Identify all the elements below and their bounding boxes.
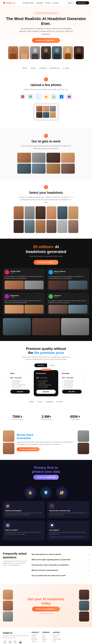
testimonial-2-avatar: [48, 270, 53, 274]
footer-columns: Product Features Pricing Examples Review…: [32, 632, 89, 644]
cta-photo-right-2: [79, 600, 89, 610]
testimonial-3-info: Angela Park @apark: [10, 295, 19, 298]
basic-features: ✓40 AI headshots ✓2 outfit styles ✓Stand…: [10, 380, 30, 388]
cta-photo-left-3: [3, 612, 13, 622]
chevron-5-icon: +: [88, 575, 89, 576]
hero-photo-3: [30, 46, 40, 59]
nav-link-pricing[interactable]: Pricing: [45, 2, 50, 4]
footer-col-support: Support Help Center Contact Privacy Poli…: [53, 632, 61, 644]
footer-link-press[interactable]: Press: [42, 640, 50, 642]
t4-photo-1: [48, 305, 68, 314]
phone-mockup: [33, 103, 59, 121]
getstarted-button[interactable]: Get started →: [76, 1, 89, 4]
privacy-cta-button[interactable]: Create your headshots: [33, 475, 59, 480]
social-linkedin[interactable]: in: [8, 640, 12, 644]
guarantee-cta-button[interactable]: Create your headshots: [17, 447, 40, 451]
nav-link-examples[interactable]: Examples: [36, 2, 43, 4]
footer-col-product: Product Features Pricing Examples Review…: [32, 632, 39, 644]
select-photo-3: [36, 206, 46, 219]
tab-individual[interactable]: Individual: [34, 364, 47, 367]
hero-cta-button[interactable]: Create your headshots →: [32, 38, 60, 43]
social-twitter[interactable]: 𝕏: [3, 640, 7, 644]
chevron-2-icon: +: [88, 559, 89, 560]
t3-photo-2: [24, 305, 44, 314]
faq-question-5[interactable]: Can you protect how the model can be use…: [32, 575, 89, 576]
social-facebook[interactable]: f: [13, 640, 17, 644]
cta-photo-right-3: [79, 612, 89, 622]
faq-item-1: How many photos do I need to upload? +: [32, 552, 89, 557]
footer-link-about[interactable]: About: [42, 634, 50, 636]
faq-question-2[interactable]: What are the rights regarding photos you…: [32, 559, 89, 560]
testimonial-3-photos: [5, 305, 44, 314]
testimonial-4-avatar: [48, 294, 53, 299]
svg-point-18: [23, 96, 24, 96]
orb-shield: 🛡️: [40, 487, 52, 498]
select-title: Select your headshots: [4, 191, 88, 194]
logo[interactable]: A Aragon.ai: [3, 2, 15, 4]
footer-link-reviews[interactable]: Reviews: [32, 640, 39, 642]
select-photo-6: [68, 206, 78, 219]
tab-teams[interactable]: Teams: [47, 364, 58, 367]
footer-brand: Aragon.ai Create professional AI headsho…: [3, 632, 29, 644]
icon-instagram: [20, 94, 26, 100]
footer-link-examples[interactable]: Examples: [32, 638, 39, 640]
ai-thumb-4: [61, 153, 75, 163]
guarantee-photo-3: [78, 430, 89, 442]
testimonial-3: Angela Park @apark Quick, easy and the r…: [3, 292, 45, 315]
footer-link-help[interactable]: Help Center: [53, 634, 61, 636]
premium-subtitle: Update your LinkedIn profile, boost your…: [20, 356, 72, 360]
exec-feature-2: ✓Unlimited styles: [62, 382, 82, 384]
footer-link-features[interactable]: Features: [32, 634, 39, 636]
no-sell-icon: 🚫: [49, 504, 55, 508]
million-cta-button[interactable]: Create yours today →: [34, 260, 58, 265]
icon-cloud: [43, 94, 49, 100]
cta-bottom-button[interactable]: Create your headshots →: [32, 606, 60, 612]
testimonial-4-photos: [48, 305, 87, 314]
pro-buy-button[interactable]: Buy Now: [36, 390, 56, 394]
guarantee-photo-1: [3, 430, 14, 442]
select-photo-4: [46, 206, 56, 219]
showcase-3: [61, 318, 89, 335]
phone-photo-4: [36, 112, 42, 118]
svg-text:G: G: [37, 96, 39, 98]
footer-link-blog[interactable]: Blog: [42, 636, 50, 638]
testimonial-2-header: Marcus Johnson @mjohnson: [48, 270, 87, 274]
cta-photo-left-1: [3, 590, 13, 600]
encryption-icon: 🔐: [5, 504, 10, 508]
hero-photo-5: [52, 46, 62, 59]
faq-question-4[interactable]: What do I do with a rejected photo? +: [32, 569, 89, 571]
footer: Aragon.ai Create professional AI headsho…: [0, 627, 92, 644]
basic-feature-3: ✓Standard backgrounds: [10, 384, 30, 386]
guarantee-left-photos: [3, 430, 14, 454]
hero-section: ★ Rated #1 AI Headshot Generator The Mos…: [0, 6, 92, 65]
pro-feature-2: ✓5 outfit styles: [36, 382, 56, 384]
exec-buy-button[interactable]: Buy Now: [62, 390, 82, 394]
footer-link-careers[interactable]: Careers: [42, 638, 50, 640]
faq-question-3[interactable]: How long does it take to generate my hea…: [32, 564, 89, 566]
logo-nike: ♔ NIKE: [63, 67, 69, 69]
faq-question-1[interactable]: How many photos do I need to upload? +: [32, 554, 89, 555]
footer-link-terms[interactable]: Terms: [53, 640, 61, 642]
pricing-logos: BrEx TESLA CHIME◎ ♔ NIKE: [3, 399, 89, 404]
pricing-card-executive: Executive $75 /one-time ✓200 AI headshot…: [60, 370, 84, 396]
signin-button[interactable]: Sign in: [66, 1, 75, 4]
svg-text:A: A: [4, 2, 4, 4]
nav-link-reviews[interactable]: Reviews: [53, 2, 59, 4]
pro-feature-3: ✓Premium backgrounds: [36, 384, 56, 386]
select-photo-8: [25, 220, 35, 233]
testimonial-2-photos: [48, 281, 87, 289]
basic-buy-button[interactable]: Buy Now: [10, 390, 30, 394]
pricing-logo-chime: CHIME◎: [46, 401, 53, 403]
guarantee-content: Money-back Guarantee Update your LinkedI…: [17, 433, 75, 451]
nav-link-headshot-types[interactable]: Headshot Types: [23, 2, 34, 4]
social-instagram[interactable]: 📷: [18, 640, 22, 644]
footer-link-pricing[interactable]: Pricing: [32, 636, 39, 638]
footer-link-contact[interactable]: Contact: [53, 636, 61, 638]
guarantee-section: Money-back Guarantee Update your LinkedI…: [0, 425, 92, 460]
icon-camera: [66, 94, 72, 100]
hero-photo-6: [63, 46, 73, 59]
exec-feature-4: ✓6 hr turnaround: [62, 386, 82, 388]
basic-feature-2: ✓2 outfit styles: [10, 382, 30, 384]
svg-point-8: [44, 48, 48, 52]
footer-link-privacy[interactable]: Privacy Policy: [53, 638, 61, 640]
